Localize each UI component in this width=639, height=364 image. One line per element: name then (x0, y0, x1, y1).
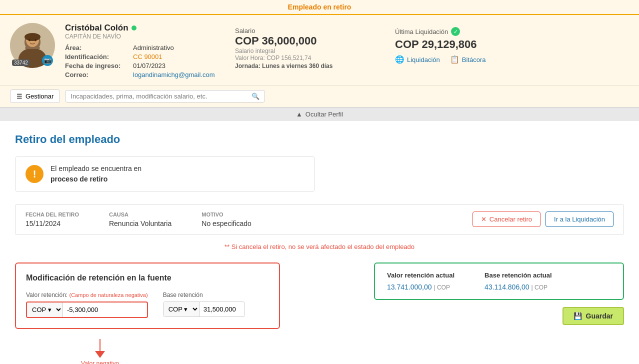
avatar-wrap: 33742 📷 (10, 23, 55, 68)
cancel-note: ** Si cancela el retiro, no se verá afec… (15, 243, 624, 250)
current-values-box: Valor retención actual 13.741.000,00 | C… (374, 262, 624, 300)
date-row: Fecha de ingreso: 01/07/2023 (65, 62, 225, 70)
main-content: Retiro del empleado ! El empleado se enc… (0, 121, 639, 364)
globe-icon: 🌐 (395, 55, 404, 64)
page-title: Retiro del empleado (15, 133, 624, 146)
profile-section: 33742 📷 Cristóbal Colón CAPITÁN DE NAVÍO… (0, 15, 639, 85)
banner-text: Empleado en retiro (288, 3, 352, 11)
warning-text: El empleado se encuentra en proceso de r… (50, 164, 142, 184)
save-icon: 💾 (574, 312, 582, 320)
liquidacion-link[interactable]: 🌐 Liquidación (395, 55, 440, 64)
top-banner: Empleado en retiro (0, 0, 639, 15)
retiro-actions: ✕ Cancelar retiro Ir a la Liquidación (472, 212, 614, 227)
search-input[interactable] (70, 92, 252, 100)
svg-point-6 (34, 39, 36, 42)
salary-jornada: Jornada: Lunes a viernes 360 días (235, 62, 385, 70)
employee-name: Cristóbal Colón (65, 23, 225, 33)
employee-id-badge: 33742 (12, 60, 30, 66)
svg-point-5 (28, 39, 30, 42)
bottom-right: Valor retención actual 13.741.000,00 | C… (374, 262, 624, 325)
area-row: Área: Administrativo (65, 44, 225, 52)
retiro-causa: CAUSA Renuncia Voluntaria (109, 212, 172, 228)
gestionar-search[interactable]: 🔍 (65, 90, 265, 102)
bitacora-link[interactable]: 📋 Bitácora (450, 55, 486, 64)
liquidacion-amount: COP 29,129,806 (395, 38, 629, 51)
online-indicator (132, 26, 136, 30)
ocultar-perfil-bar[interactable]: ▲ Ocultar Perfil (0, 107, 639, 121)
warning-box: ! El empleado se encuentra en proceso de… (15, 156, 315, 192)
list-icon: 📋 (450, 55, 460, 64)
profile-info: Cristóbal Colón CAPITÁN DE NAVÍO Área: A… (65, 23, 225, 80)
base-currency-select[interactable]: COP ▾ (164, 302, 200, 316)
chevron-up-icon: ▲ (296, 110, 302, 118)
svg-marker-9 (95, 351, 105, 358)
valor-retencion-text-input[interactable] (63, 303, 118, 316)
save-button[interactable]: 💾 Guardar (562, 307, 624, 325)
liq-check-icon: ✓ (451, 27, 460, 36)
svg-rect-7 (25, 47, 40, 49)
email-row: Correo: logandinamichg@gmail.com (65, 71, 225, 78)
bottom-row: Modificación de retención en la fuente V… (15, 262, 624, 364)
retiro-fecha: FECHA DEL RETIRO 15/11/2024 (26, 212, 79, 228)
base-retencion-text-input[interactable] (200, 302, 244, 316)
base-retencion-field: Base retención COP ▾ (163, 292, 245, 317)
employee-title: CAPITÁN DE NAVÍO (65, 33, 225, 40)
liquidacion-links: 🌐 Liquidación 📋 Bitácora (395, 55, 629, 64)
modificacion-section: Modificación de retención en la fuente V… (15, 262, 280, 329)
liquidacion-section: Última Liquidación ✓ COP 29,129,806 🌐 Li… (395, 23, 629, 64)
salary-section: Salario COP 36,000,000 Salario integral … (235, 23, 385, 70)
valor-currency-select[interactable]: COP ▾ (27, 302, 63, 317)
base-retencion-input[interactable]: COP ▾ (163, 302, 245, 317)
retiro-info-row: FECHA DEL RETIRO 15/11/2024 CAUSA Renunc… (15, 204, 624, 235)
warning-icon: ! (26, 165, 44, 183)
x-icon: ✕ (481, 216, 486, 223)
retiro-motivo: MOTIVO No especificado (202, 212, 252, 228)
ir-liquidacion-button[interactable]: Ir a la Liquidación (546, 212, 614, 227)
menu-icon: ☰ (16, 92, 22, 100)
camera-icon[interactable]: 📷 (42, 55, 53, 66)
retiro-fields: FECHA DEL RETIRO 15/11/2024 CAUSA Renunc… (26, 212, 252, 228)
valor-retencion-actual: Valor retención actual 13.741.000,00 | C… (387, 272, 454, 291)
gestionar-button[interactable]: ☰ Gestionar (10, 90, 60, 103)
cancelar-retiro-button[interactable]: ✕ Cancelar retiro (472, 212, 540, 227)
mod-fields: Valor retención: (Campo de naturaleza ne… (26, 292, 269, 318)
gestionar-bar: ☰ Gestionar 🔍 (0, 85, 639, 107)
svg-point-4 (24, 33, 40, 41)
search-icon: 🔍 (252, 92, 260, 100)
valor-retencion-field: Valor retención: (Campo de naturaleza ne… (26, 292, 148, 318)
red-arrow (80, 339, 120, 359)
id-row: Identificación: CC 90001 (65, 53, 225, 60)
salary-amount: COP 36,000,000 (235, 34, 385, 48)
salary-hour: Valor Hora: COP 156,521,74 (235, 54, 385, 62)
valor-negativo-label: Valor negativo (81, 360, 119, 364)
base-retencion-actual: Base retención actual 43.114.806,00 | CO… (484, 272, 552, 291)
valor-retencion-input[interactable]: COP ▾ (26, 302, 148, 318)
